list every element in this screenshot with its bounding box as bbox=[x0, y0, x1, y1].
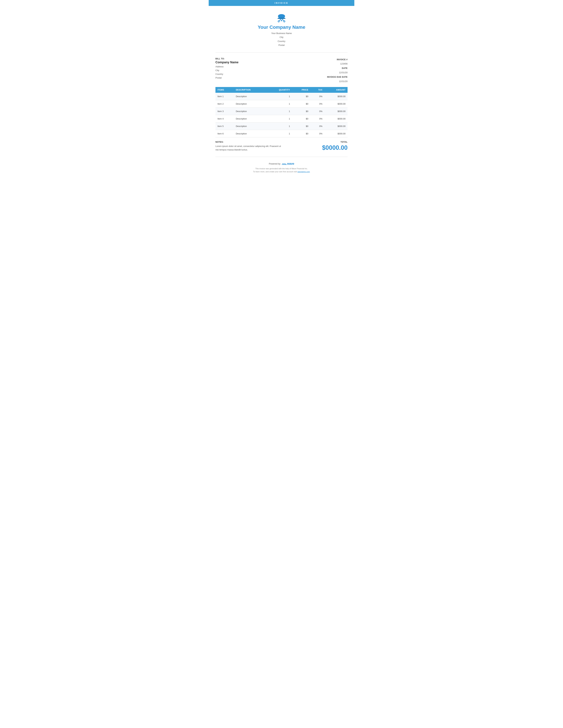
col-header-items: ITEMS bbox=[215, 87, 234, 93]
row-qty-2: 1 bbox=[266, 100, 292, 108]
footer-line1: This invoice was generated with the help… bbox=[215, 167, 348, 170]
due-date-value: 12/31/20 bbox=[339, 80, 348, 83]
company-business-name: Your Business Name bbox=[215, 31, 348, 35]
col-header-description: DESCRIPTION bbox=[234, 87, 266, 93]
table-row: Item 4 Description 1 $0 0% $000.00 bbox=[215, 115, 348, 123]
date-value: 12/31/20 bbox=[339, 71, 348, 74]
row-amount-3: $000.00 bbox=[325, 108, 348, 115]
row-price-3: $0 bbox=[292, 108, 310, 115]
row-item-5: Item 5 bbox=[215, 123, 234, 130]
col-header-amount: AMOUNT bbox=[325, 87, 348, 93]
footer-link[interactable]: waveapps.com bbox=[298, 171, 310, 173]
footer-text: This invoice was generated with the help… bbox=[215, 167, 348, 173]
company-city: City bbox=[215, 35, 348, 39]
invoice-info-column: INVOICE # 123456 DATE 12/31/20 INVOICE D… bbox=[327, 58, 348, 84]
row-tax-2: 0% bbox=[310, 100, 324, 108]
total-label: TOTAL bbox=[322, 141, 348, 143]
col-header-price: PRICE bbox=[292, 87, 310, 93]
invoice-header-bar: INVOICE bbox=[209, 0, 354, 6]
footer-line2: To learn more, and create your own free … bbox=[215, 170, 348, 173]
powered-by-text: Powered by bbox=[269, 162, 280, 165]
wave-label: wave bbox=[287, 162, 294, 166]
due-date-value-row: 12/31/20 bbox=[327, 79, 348, 83]
bill-city: City bbox=[215, 69, 238, 72]
col-header-tax: TAX bbox=[310, 87, 324, 93]
invoice-title: INVOICE bbox=[274, 2, 288, 4]
row-item-6: Item 6 bbox=[215, 130, 234, 137]
row-tax-4: 0% bbox=[310, 115, 324, 123]
items-table: ITEMS DESCRIPTION QUANTITY PRICE TAX AMO… bbox=[215, 87, 348, 137]
date-value-row: 12/31/20 bbox=[327, 71, 348, 75]
row-item-2: Item 2 bbox=[215, 100, 234, 108]
row-price-4: $0 bbox=[292, 115, 310, 123]
row-amount-6: $000.00 bbox=[325, 130, 348, 137]
footer-section: Powered by wave This invoice was generat… bbox=[209, 159, 354, 178]
svg-point-6 bbox=[284, 21, 285, 22]
row-desc-1: Description bbox=[234, 93, 266, 100]
row-item-1: Item 1 bbox=[215, 93, 234, 100]
company-details: Your Business Name City Country Postal bbox=[215, 31, 348, 47]
company-name: Your Company Name bbox=[215, 25, 348, 30]
row-amount-1: $000.00 bbox=[325, 93, 348, 100]
row-desc-4: Description bbox=[234, 115, 266, 123]
notes-label: NOTES: bbox=[215, 141, 283, 143]
svg-point-2 bbox=[277, 18, 286, 19]
row-price-6: $0 bbox=[292, 130, 310, 137]
table-row: Item 6 Description 1 $0 0% $000.00 bbox=[215, 130, 348, 137]
bill-to-column: BILL TO: Company Name Address City Count… bbox=[215, 58, 238, 84]
row-item-3: Item 3 bbox=[215, 108, 234, 115]
row-price-1: $0 bbox=[292, 93, 310, 100]
invoice-number-value-row: 123456 bbox=[327, 62, 348, 66]
row-qty-5: 1 bbox=[266, 123, 292, 130]
svg-point-4 bbox=[278, 21, 279, 22]
bill-address-street: Address bbox=[215, 65, 238, 69]
row-price-2: $0 bbox=[292, 100, 310, 108]
table-row: Item 2 Description 1 $0 0% $000.00 bbox=[215, 100, 348, 108]
company-logo bbox=[275, 11, 288, 23]
row-tax-5: 0% bbox=[310, 123, 324, 130]
bill-section: BILL TO: Company Name Address City Count… bbox=[209, 54, 354, 87]
row-amount-5: $000.00 bbox=[325, 123, 348, 130]
row-qty-4: 1 bbox=[266, 115, 292, 123]
footer-divider bbox=[215, 157, 348, 157]
row-desc-5: Description bbox=[234, 123, 266, 130]
row-tax-3: 0% bbox=[310, 108, 324, 115]
row-item-4: Item 4 bbox=[215, 115, 234, 123]
table-body: Item 1 Description 1 $0 0% $000.00 Item … bbox=[215, 93, 348, 137]
bill-company-name: Company Name bbox=[215, 61, 238, 64]
row-amount-2: $000.00 bbox=[325, 100, 348, 108]
invoice-wrapper: INVOICE Your Company Name bbox=[209, 0, 354, 178]
total-column: TOTAL $0000.00 bbox=[322, 141, 348, 151]
table-row: Item 1 Description 1 $0 0% $000.00 bbox=[215, 93, 348, 100]
notes-text: Lorem ipsum dolor sit amet, consectetur … bbox=[215, 145, 283, 152]
notes-total-section: NOTES: Lorem ipsum dolor sit amet, conse… bbox=[209, 137, 354, 155]
company-country: Country bbox=[215, 39, 348, 43]
company-postal: Postal bbox=[215, 43, 348, 47]
table-header-row: ITEMS DESCRIPTION QUANTITY PRICE TAX AMO… bbox=[215, 87, 348, 93]
row-amount-4: $000.00 bbox=[325, 115, 348, 123]
invoice-number-row: INVOICE # bbox=[327, 58, 348, 62]
row-qty-1: 1 bbox=[266, 93, 292, 100]
total-amount: $0000.00 bbox=[322, 144, 348, 151]
date-label: DATE bbox=[342, 67, 348, 69]
bill-to-label: BILL TO: bbox=[215, 58, 238, 60]
date-label-row: DATE bbox=[327, 66, 348, 70]
row-desc-6: Description bbox=[234, 130, 266, 137]
row-qty-3: 1 bbox=[266, 108, 292, 115]
due-date-label: INVOICE DUE DATE bbox=[327, 76, 348, 78]
row-tax-6: 0% bbox=[310, 130, 324, 137]
powered-by: Powered by wave bbox=[215, 162, 348, 166]
invoice-number-label: INVOICE # bbox=[337, 58, 348, 61]
table-row: Item 3 Description 1 $0 0% $000.00 bbox=[215, 108, 348, 115]
company-section: Your Company Name Your Business Name Cit… bbox=[209, 6, 354, 51]
row-qty-6: 1 bbox=[266, 130, 292, 137]
row-tax-1: 0% bbox=[310, 93, 324, 100]
bill-address: Address City Country Postal bbox=[215, 65, 238, 80]
table-row: Item 5 Description 1 $0 0% $000.00 bbox=[215, 123, 348, 130]
due-date-label-row: INVOICE DUE DATE bbox=[327, 75, 348, 79]
bill-postal: Postal bbox=[215, 76, 238, 80]
bill-country: Country bbox=[215, 72, 238, 76]
col-header-quantity: QUANTITY bbox=[266, 87, 292, 93]
notes-column: NOTES: Lorem ipsum dolor sit amet, conse… bbox=[215, 141, 283, 152]
invoice-number-value: 123456 bbox=[340, 62, 348, 65]
